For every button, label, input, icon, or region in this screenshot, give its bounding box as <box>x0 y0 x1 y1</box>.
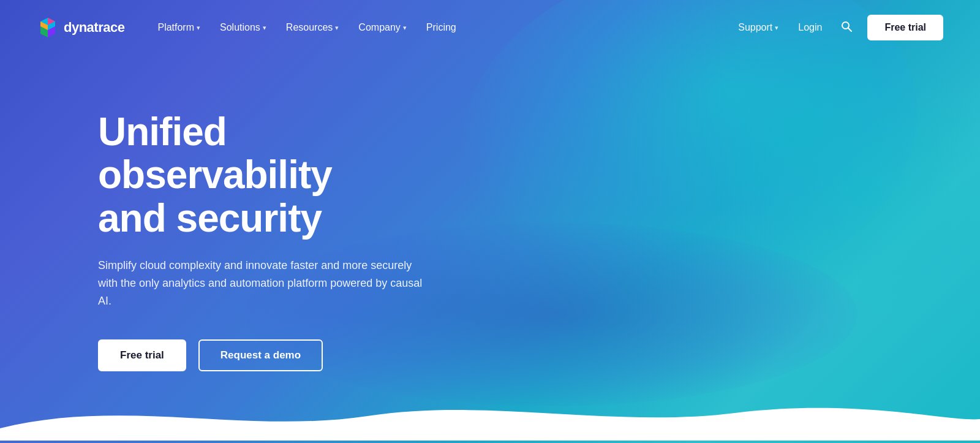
hero-buttons: Free trial Request a demo <box>98 339 429 371</box>
nav-company[interactable]: Company ▾ <box>350 17 415 38</box>
nav-support[interactable]: Support ▾ <box>729 17 787 38</box>
nav-resources[interactable]: Resources ▾ <box>277 17 347 38</box>
nav-platform[interactable]: Platform ▾ <box>149 17 209 38</box>
svg-line-2 <box>848 28 852 31</box>
page-wrapper: dynatrace Platform ▾ Solutions ▾ Resourc… <box>0 0 980 443</box>
nav-links: Platform ▾ Solutions ▾ Resources ▾ Compa… <box>149 17 729 38</box>
chevron-down-icon: ▾ <box>403 24 407 32</box>
navbar: dynatrace Platform ▾ Solutions ▾ Resourc… <box>0 0 980 55</box>
nav-solutions[interactable]: Solutions ▾ <box>211 17 275 38</box>
nav-login[interactable]: Login <box>790 17 831 38</box>
chevron-down-icon: ▾ <box>775 24 778 32</box>
chevron-down-icon: ▾ <box>335 24 339 32</box>
chevron-down-icon: ▾ <box>263 24 266 32</box>
nav-pricing[interactable]: Pricing <box>418 17 465 38</box>
free-trial-nav-button[interactable]: Free trial <box>867 15 943 40</box>
chevron-down-icon: ▾ <box>197 24 200 32</box>
search-icon <box>840 20 853 32</box>
logo-link[interactable]: dynatrace <box>37 17 124 39</box>
hero-subtitle: Simplify cloud complexity and innovate f… <box>98 257 429 309</box>
nav-right: Support ▾ Login Free trial <box>729 15 943 40</box>
hero-title: Unified observability and security <box>98 110 429 240</box>
logo-text: dynatrace <box>64 20 124 36</box>
hero-content: Unified observability and security Simpl… <box>0 55 429 371</box>
search-button[interactable] <box>833 15 860 40</box>
logo-icon <box>37 17 59 39</box>
free-trial-hero-button[interactable]: Free trial <box>98 339 186 371</box>
request-demo-button[interactable]: Request a demo <box>198 339 323 371</box>
